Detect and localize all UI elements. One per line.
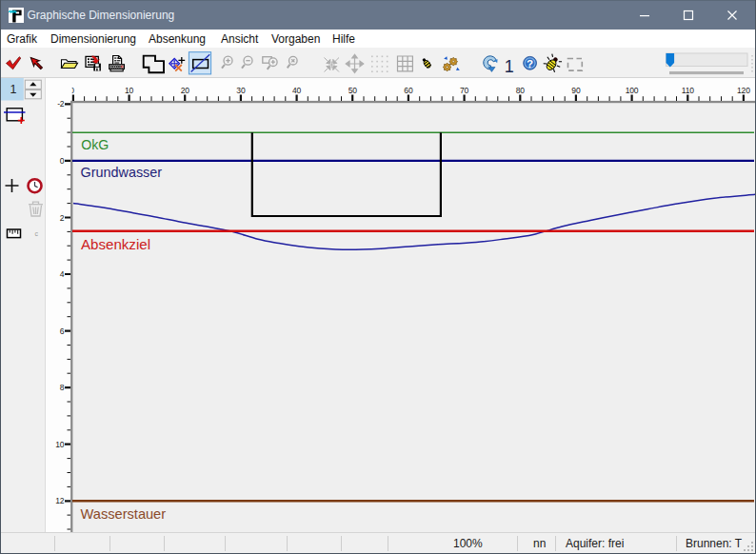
- svg-text:20: 20: [181, 86, 190, 95]
- svg-text:60: 60: [404, 86, 413, 95]
- svg-text:70: 70: [460, 86, 469, 95]
- svg-text:?: ?: [527, 58, 533, 69]
- svg-text:Grundwasser: Grundwasser: [81, 165, 163, 180]
- svg-text:0: 0: [60, 156, 65, 166]
- svg-text:2: 2: [60, 213, 65, 223]
- svg-text:30: 30: [236, 86, 246, 95]
- svg-text:-2: -2: [57, 99, 65, 109]
- svg-text:6: 6: [60, 326, 65, 336]
- svg-text:Wasserstauer: Wasserstauer: [81, 506, 167, 522]
- svg-text:40: 40: [292, 86, 302, 95]
- svg-text:10: 10: [55, 440, 65, 449]
- svg-text:90: 90: [571, 86, 581, 95]
- svg-text:8: 8: [60, 383, 65, 392]
- svg-text:Absenkziel: Absenkziel: [81, 237, 150, 252]
- svg-text:1: 1: [505, 57, 514, 76]
- svg-text:OkG: OkG: [81, 137, 109, 152]
- svg-text:50: 50: [348, 86, 358, 95]
- svg-text:c: c: [35, 230, 39, 237]
- svg-text:1: 1: [10, 83, 17, 96]
- svg-text:80: 80: [516, 86, 526, 95]
- svg-text:10: 10: [125, 86, 134, 95]
- svg-text:110: 110: [682, 86, 694, 95]
- svg-text:4: 4: [60, 269, 65, 279]
- svg-text:100: 100: [626, 86, 639, 95]
- svg-text:120: 120: [737, 86, 750, 95]
- svg-text:12: 12: [55, 496, 65, 505]
